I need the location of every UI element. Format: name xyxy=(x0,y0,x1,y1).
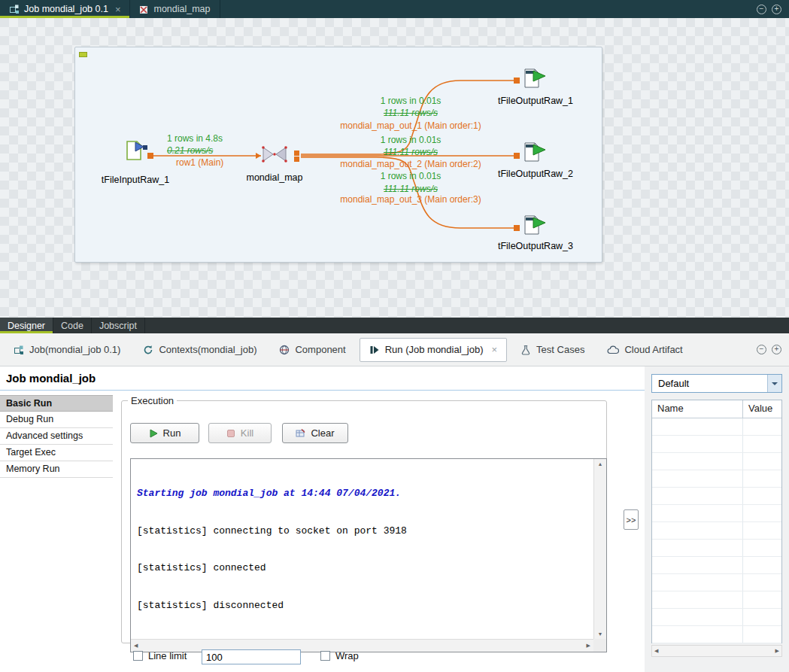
tab-label: Run (Job mondial_job) xyxy=(385,344,484,355)
talend-studio-window: Job mondial_job 0.1 × mondial_map − + xyxy=(0,0,789,672)
tab-cloud-artifact[interactable]: Cloud Artifact xyxy=(598,338,691,362)
tab-job-mondial-job[interactable]: Job mondial_job 0.1 × xyxy=(0,0,130,18)
run-button[interactable]: Run xyxy=(130,423,199,443)
link-label[interactable]: mondial_map_out_2 (Main order:2) xyxy=(323,159,498,169)
table-row[interactable] xyxy=(652,505,781,522)
tab-code[interactable]: Code xyxy=(53,318,92,333)
component-label[interactable]: mondial_map xyxy=(233,172,316,183)
scroll-left-icon[interactable]: ◀ xyxy=(134,643,138,649)
run-view-main: Job mondial_job Basic Run Debug Run Adva… xyxy=(0,366,645,672)
maximize-icon[interactable]: + xyxy=(772,5,781,14)
tfileinputraw-icon xyxy=(123,139,148,162)
clear-button[interactable]: Clear xyxy=(282,423,348,443)
close-icon[interactable]: × xyxy=(492,344,498,355)
execution-group: Execution Run Kill Clear Starting job mo… xyxy=(121,395,607,643)
chevron-down-icon[interactable] xyxy=(767,375,781,392)
console-line: [statistics] connecting to socket on por… xyxy=(137,525,587,538)
table-row[interactable] xyxy=(652,591,781,609)
component-label[interactable]: tFileOutputRaw_2 xyxy=(489,169,582,179)
table-row[interactable] xyxy=(652,609,781,626)
component-label[interactable]: tFileOutputRaw_1 xyxy=(489,96,582,106)
link-rate-stat: 0.21 rows/s xyxy=(167,145,213,156)
table-row[interactable] xyxy=(652,470,781,488)
link-label[interactable]: mondial_map_out_3 (Main order:3) xyxy=(323,194,498,205)
column-header-name[interactable]: Name xyxy=(652,400,743,418)
sidebar-item-advanced-settings[interactable]: Advanced settings xyxy=(0,428,113,445)
link-label[interactable]: row1 (Main) xyxy=(176,157,223,168)
tab-label: Component xyxy=(295,344,345,355)
table-row[interactable] xyxy=(652,540,781,557)
tab-contexts[interactable]: Contexts(mondial_job) xyxy=(134,338,266,362)
run-view: Job mondial_job Basic Run Debug Run Adva… xyxy=(0,366,789,672)
console-text: Starting job mondial_job at 14:44 07/04/… xyxy=(131,459,593,639)
minimize-icon[interactable]: − xyxy=(757,345,766,354)
tab-job[interactable]: Job(mondial_job 0.1) xyxy=(5,338,129,362)
close-icon[interactable]: × xyxy=(115,4,121,15)
sidebar-item-basic-run[interactable]: Basic Run xyxy=(0,395,113,412)
table-row[interactable] xyxy=(652,626,781,643)
tab-designer[interactable]: Designer xyxy=(0,318,53,333)
link-row-stat: 1 rows in 4.8s xyxy=(167,133,223,144)
console-horizontal-scrollbar[interactable]: ◀ ▶ xyxy=(131,639,593,652)
table-row[interactable] xyxy=(652,522,781,540)
map-editor-icon xyxy=(139,5,149,14)
context-horizontal-scrollbar[interactable]: ◀ ▶ xyxy=(651,645,782,657)
component-tfileoutputraw-1[interactable] xyxy=(522,67,548,92)
component-label[interactable]: tFileInputRaw_1 xyxy=(90,175,181,185)
link-rate-stat: 111.11 rows/s xyxy=(323,184,498,194)
tfileoutputraw-icon xyxy=(522,214,548,236)
table-row[interactable] xyxy=(652,418,781,436)
title-separator xyxy=(0,390,645,391)
editor-tab-actions: − + xyxy=(757,0,789,18)
sidebar-item-target-exec[interactable]: Target Exec xyxy=(0,445,113,461)
scroll-left-icon[interactable]: ◀ xyxy=(654,648,658,654)
contexts-icon xyxy=(143,345,153,355)
link-label[interactable]: mondial_map_out_1 (Main order:1) xyxy=(323,120,498,131)
tab-mondial-map[interactable]: mondial_map xyxy=(130,0,220,18)
page-title: Job mondial_job xyxy=(6,372,96,385)
minimize-icon[interactable]: − xyxy=(757,5,766,14)
expand-context-panel-button[interactable]: >> xyxy=(624,509,639,530)
component-label[interactable]: tFileOutputRaw_3 xyxy=(489,241,582,251)
console-output[interactable]: Starting job mondial_job at 14:44 07/04/… xyxy=(130,458,607,652)
kill-button[interactable]: Kill xyxy=(208,423,272,443)
table-row[interactable] xyxy=(652,453,781,470)
line-limit-checkbox[interactable] xyxy=(133,651,143,661)
scroll-right-icon[interactable]: ▶ xyxy=(775,648,779,654)
context-dropdown[interactable]: Default xyxy=(651,374,782,393)
scroll-down-icon[interactable]: ▼ xyxy=(598,631,603,637)
line-limit-input[interactable] xyxy=(202,649,301,664)
table-row[interactable] xyxy=(652,488,781,505)
link-row-stat: 1 rows in 0.01s xyxy=(323,135,498,145)
sidebar-item-memory-run[interactable]: Memory Run xyxy=(0,461,113,478)
wrap-checkbox[interactable] xyxy=(320,651,330,661)
component-tfileoutputraw-3[interactable] xyxy=(522,214,548,239)
component-tfileinputraw-1[interactable] xyxy=(123,139,148,164)
design-canvas[interactable]: tFileInputRaw_1 mondial_map tFileOutputR… xyxy=(0,18,789,318)
job-note-badge[interactable] xyxy=(79,52,87,57)
context-variables-table[interactable]: Name Value xyxy=(651,400,782,643)
tab-component[interactable]: Component xyxy=(270,338,354,362)
table-row[interactable] xyxy=(652,557,781,574)
tab-label: Test Cases xyxy=(536,344,584,355)
maximize-icon[interactable]: + xyxy=(772,345,781,354)
designer-tab-bar: Designer Code Jobscript xyxy=(0,318,789,333)
context-panel: Default Name Value xyxy=(645,366,789,672)
tab-run[interactable]: Run (Job mondial_job) × xyxy=(360,338,507,362)
console-vertical-scrollbar[interactable]: ▲ ▼ xyxy=(593,459,606,639)
component-tfileoutputraw-2[interactable] xyxy=(522,141,548,166)
column-header-value[interactable]: Value xyxy=(743,400,781,418)
view-tab-actions: − + xyxy=(757,345,789,354)
tfileoutputraw-icon xyxy=(522,141,548,163)
scroll-up-icon[interactable]: ▲ xyxy=(598,461,603,467)
scroll-right-icon[interactable]: ▶ xyxy=(587,643,590,649)
tab-jobscript[interactable]: Jobscript xyxy=(92,318,145,333)
console-line: [statistics] disconnected xyxy=(137,600,587,613)
table-row[interactable] xyxy=(652,574,781,591)
component-mondial-map[interactable] xyxy=(261,145,288,166)
tab-test-cases[interactable]: Test Cases xyxy=(511,338,593,362)
job-icon xyxy=(14,345,24,355)
tab-label: Contexts(mondial_job) xyxy=(159,344,256,355)
table-row[interactable] xyxy=(652,436,781,453)
sidebar-item-debug-run[interactable]: Debug Run xyxy=(0,412,113,428)
